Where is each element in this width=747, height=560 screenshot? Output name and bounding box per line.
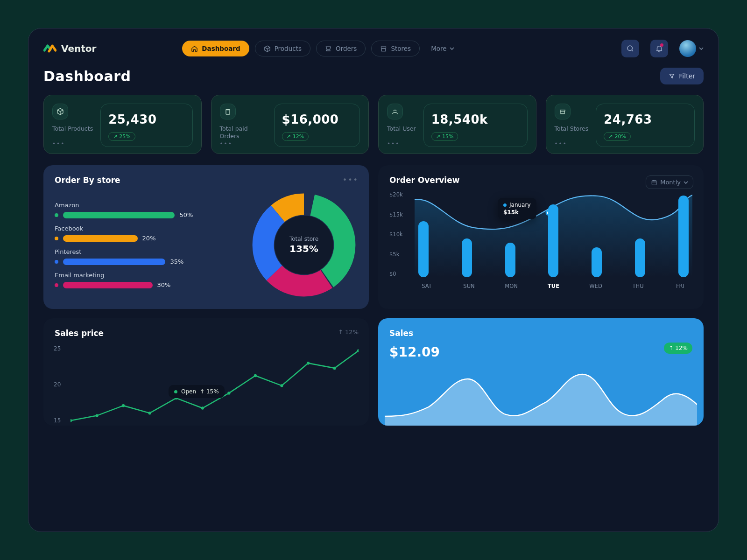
svg-point-10	[148, 412, 151, 414]
nav-label: Stores	[391, 45, 411, 52]
page-title: Dashboard	[43, 68, 131, 84]
store-bar	[63, 212, 175, 218]
y-axis: 25 20 15	[54, 345, 61, 424]
panel-menu[interactable]: •••	[343, 175, 359, 184]
stat-delta: ↗ 15%	[431, 132, 458, 141]
svg-point-8	[95, 414, 98, 417]
profile-menu[interactable]	[679, 40, 704, 57]
cube-icon	[52, 104, 68, 119]
filter-button[interactable]: Filter	[660, 68, 704, 84]
stat-menu[interactable]: •••	[387, 140, 400, 147]
nav-orders[interactable]: Orders	[316, 41, 366, 56]
svg-point-0	[627, 46, 633, 51]
store-bar	[63, 235, 138, 242]
legend-dot-icon	[55, 260, 58, 264]
users-icon	[387, 104, 403, 119]
legend-dot-icon	[55, 213, 58, 217]
svg-point-17	[333, 367, 336, 370]
stat-menu[interactable]: •••	[555, 140, 567, 147]
panel-title: Sales	[389, 329, 692, 338]
chevron-down-icon	[684, 180, 688, 185]
nav-dashboard[interactable]: Dashboard	[182, 41, 249, 56]
calendar-icon	[651, 179, 657, 186]
search-button[interactable]	[621, 40, 639, 57]
notification-dot-icon	[660, 43, 663, 47]
filter-icon	[669, 73, 675, 79]
store-bar	[63, 259, 165, 265]
nav-stores[interactable]: Stores	[371, 41, 420, 56]
page-header: Dashboard Filter	[43, 68, 704, 84]
stat-total-user: Total User 18,540k ↗ 15% •••	[378, 95, 536, 154]
bottom-row: Sales price ↑ 12% 25 20 15	[43, 318, 704, 426]
stat-cards: Total Products 25,430 ↗ 25% ••• Total pa…	[43, 95, 704, 154]
nav-label: Orders	[336, 45, 357, 52]
bar	[635, 238, 645, 277]
overview-bars	[415, 191, 692, 277]
main-nav: Dashboard Products Orders Stores More	[182, 41, 459, 56]
stat-menu[interactable]: •••	[52, 140, 65, 147]
stat-value: 25,430	[108, 112, 184, 126]
stat-total-products: Total Products 25,430 ↗ 25% •••	[43, 95, 202, 154]
legend-dot-icon	[55, 237, 58, 240]
home-icon	[191, 45, 198, 52]
bar	[678, 196, 689, 277]
legend-dot-icon	[55, 283, 58, 287]
stat-value: $16,000	[282, 112, 352, 126]
sales-delta-badge: ↑ 12%	[664, 343, 692, 354]
donut-center-value: 135%	[289, 243, 318, 254]
store-pct: 35%	[170, 258, 183, 265]
sales-wave	[385, 370, 697, 426]
stat-total-stores: Total Stores 24,763 ↗ 20% •••	[546, 95, 704, 154]
topbar: Ventor Dashboard Products Orders Stores …	[43, 40, 704, 57]
middle-row: Order By store ••• Amazon 50% Facebook	[43, 165, 704, 309]
bar	[505, 243, 515, 277]
order-overview-panel: Order Overview Montly $20k $15k $10k $5k…	[378, 165, 704, 309]
nav-products[interactable]: Products	[255, 41, 310, 56]
chevron-down-icon	[450, 46, 454, 51]
panel-title: Order By store	[55, 175, 358, 185]
stat-value: 24,763	[604, 112, 687, 126]
overview-chart: $20k $15k $10k $5k $0	[389, 191, 692, 289]
period-selector[interactable]: Montly	[646, 175, 693, 189]
bar	[418, 221, 429, 277]
store-row-email: Email marketing 30%	[55, 272, 241, 288]
svg-rect-5	[652, 180, 656, 184]
tooltip-label: Open	[181, 388, 196, 395]
avatar	[679, 40, 696, 57]
order-by-store-panel: Order By store ••• Amazon 50% Facebook	[43, 165, 369, 309]
store-icon	[380, 45, 387, 52]
stat-label: Total Products	[52, 125, 93, 133]
store-row-amazon: Amazon 50%	[55, 202, 241, 218]
stat-delta: ↗ 20%	[604, 132, 631, 141]
store-row-pinterest: Pinterest 35%	[55, 248, 241, 265]
nav-more-label: More	[431, 45, 446, 52]
filter-label: Filter	[679, 72, 695, 80]
svg-point-12	[201, 406, 204, 409]
box-icon	[264, 45, 271, 52]
tooltip-delta: ↑ 15%	[200, 388, 219, 395]
chevron-down-icon	[699, 46, 704, 51]
notifications-button[interactable]	[650, 40, 668, 57]
brand-logo-icon	[43, 42, 56, 55]
nav-label: Dashboard	[202, 45, 240, 52]
store-name: Pinterest	[55, 248, 241, 255]
nav-label: Products	[275, 45, 302, 52]
sales-amount: $12.09	[389, 344, 692, 360]
panel-title: Sales price	[55, 329, 358, 338]
store-name: Amazon	[55, 202, 241, 209]
app-frame: Ventor Dashboard Products Orders Stores …	[28, 28, 719, 532]
sales-price-panel: Sales price ↑ 12% 25 20 15	[43, 318, 369, 426]
svg-point-13	[227, 392, 230, 394]
svg-point-9	[122, 404, 125, 407]
stat-label: Total Stores	[555, 125, 589, 133]
search-icon	[626, 44, 634, 53]
stat-menu[interactable]: •••	[220, 140, 233, 147]
nav-more[interactable]: More	[425, 41, 459, 56]
shop-icon	[555, 104, 571, 119]
store-name: Email marketing	[55, 272, 241, 279]
tooltip-value: $15k	[503, 209, 531, 216]
svg-point-14	[254, 374, 257, 377]
brand: Ventor	[43, 42, 96, 55]
store-row-facebook: Facebook 20%	[55, 225, 241, 242]
store-bar	[63, 282, 153, 288]
